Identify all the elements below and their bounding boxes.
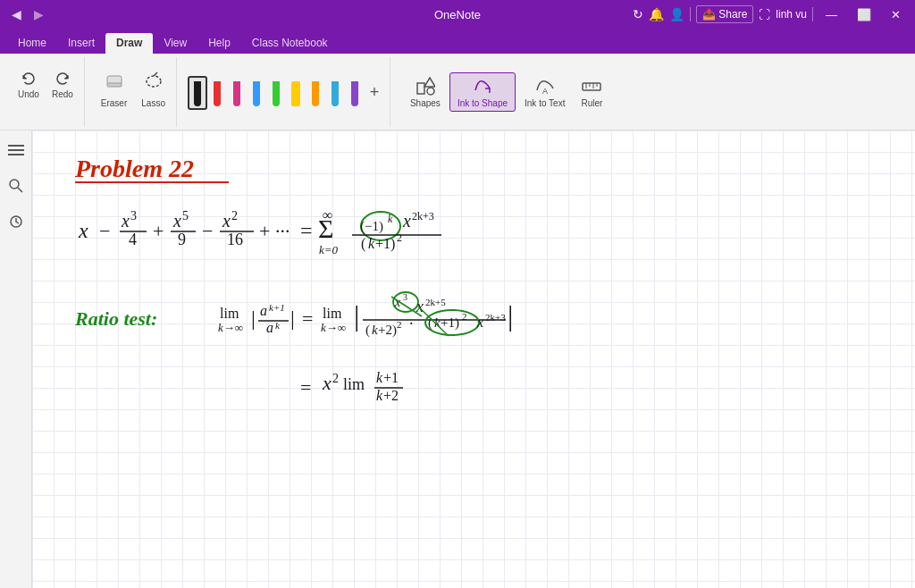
svg-text:(−1): (−1) [360,219,383,234]
svg-text:+2: +2 [383,388,399,403]
svg-text:+: + [153,220,164,242]
svg-rect-8 [583,83,600,90]
pen-green[interactable] [266,76,286,110]
ink-to-shape-button[interactable]: Ink to Shape [449,72,516,112]
svg-text:=: = [300,219,313,242]
bell-icon[interactable]: 👤 [669,7,684,21]
pen-cyan[interactable] [325,76,345,110]
ink-to-text-button[interactable]: A Ink to Text [517,73,572,111]
forward-button[interactable]: ▶ [29,5,48,23]
svg-text:x: x [172,211,181,231]
svg-text:2: 2 [231,209,238,223]
svg-text:lim: lim [343,375,365,393]
tab-class-notebook[interactable]: Class Notebook [241,33,339,54]
svg-text:+2): +2) [378,323,397,338]
svg-text:=: = [300,376,311,399]
tab-home[interactable]: Home [7,33,57,54]
svg-rect-4 [417,83,424,94]
pen-blue[interactable] [247,76,266,110]
svg-text:2: 2 [397,319,402,330]
sidebar-menu-icon[interactable] [4,138,29,163]
svg-text:2: 2 [462,311,467,322]
ruler-label: Ruler [581,98,602,108]
content-area[interactable]: Problem 22 x − x 3 4 + x 5 9 − x 2 16 + … [32,130,915,588]
pen-orange[interactable] [306,76,325,110]
svg-text:k=0: k=0 [319,243,339,256]
svg-text:+1): +1) [441,315,459,331]
svg-text:=: = [302,307,313,330]
draw-tools-group: Shapes Ink to Shape A Ink to Text [396,57,617,127]
pen-black[interactable] [188,76,207,110]
svg-text:+1: +1 [383,370,399,385]
svg-line-17 [18,188,22,192]
tab-view[interactable]: View [153,33,197,54]
shapes-label: Shapes [410,98,441,108]
handwriting-layer: Problem 22 x − x 3 4 + x 5 9 − x 2 16 + … [32,130,915,588]
svg-rect-1 [107,83,122,87]
svg-text:3: 3 [130,209,137,223]
shapes-button[interactable]: Shapes [403,73,448,111]
share-button[interactable]: 📤 Share [696,5,753,23]
sidebar [0,130,32,588]
ink-to-shape-label: Ink to Shape [458,98,508,108]
app-title: OneNote [434,8,481,21]
svg-text:−: − [99,220,110,242]
svg-text:k: k [376,388,383,403]
svg-text:+ ···: + ··· [259,220,290,242]
expand-icon[interactable]: ⛶ [759,8,770,21]
svg-text:a: a [260,303,267,318]
pen-purple[interactable] [345,76,365,110]
sidebar-recent-icon[interactable] [4,209,29,234]
redo-button[interactable]: Redo [46,68,79,102]
pen-pink[interactable] [227,76,247,110]
svg-text:x: x [78,219,88,242]
sync-icon[interactable]: ↻ [633,7,643,21]
notification-icon[interactable]: 🔔 [649,7,664,21]
svg-text:+1): +1) [375,236,395,252]
svg-text:Σ: Σ [318,214,333,243]
lasso-button[interactable]: Lasso [136,64,171,111]
svg-text:3: 3 [403,292,407,302]
svg-text:k+1: k+1 [269,302,285,313]
sidebar-search-icon[interactable] [4,173,29,198]
svg-text:x: x [476,315,483,330]
tab-draw[interactable]: Draw [105,33,153,54]
pen-yellow[interactable] [286,76,306,110]
undo-button[interactable]: Undo [13,68,45,102]
add-pen-button[interactable]: + [365,76,384,110]
svg-text:k: k [372,323,378,337]
svg-text:x: x [322,372,332,394]
svg-text:2: 2 [332,372,339,385]
maximize-button[interactable]: ⬜ [850,6,878,23]
svg-point-6 [427,88,434,95]
svg-text:−: − [202,220,213,242]
svg-text:|: | [290,307,295,330]
ruler-button[interactable]: Ruler [574,73,609,111]
svg-text:x: x [402,211,411,231]
svg-text:2k+3: 2k+3 [485,312,506,323]
svg-marker-5 [424,78,435,87]
ribbon-tabs: Home Insert Draw View Help Class Noteboo… [0,29,915,54]
svg-text:A: A [542,87,548,96]
pen-red[interactable] [207,76,227,110]
ribbon: Undo Redo Eraser Lasso [0,54,915,130]
undo-label: Undo [18,89,39,99]
user-name[interactable]: linh vu [776,8,807,21]
minimize-button[interactable]: — [818,6,844,23]
eraser-label: Eraser [101,98,127,108]
svg-text:|: | [508,299,513,332]
eraser-button[interactable]: Eraser [96,64,132,111]
tools-group: Eraser Lasso [90,57,177,127]
svg-text:|: | [251,307,256,330]
separator [690,7,691,21]
close-button[interactable]: ✕ [884,6,908,23]
svg-point-16 [10,180,19,189]
tab-insert[interactable]: Insert [57,33,105,54]
back-button[interactable]: ◀ [7,5,26,23]
svg-text:k: k [376,370,383,385]
svg-text:Ratio test:: Ratio test: [74,307,157,330]
redo-label: Redo [52,89,73,99]
lasso-label: Lasso [141,98,165,108]
svg-text:16: 16 [227,231,243,248]
tab-help[interactable]: Help [197,33,241,54]
